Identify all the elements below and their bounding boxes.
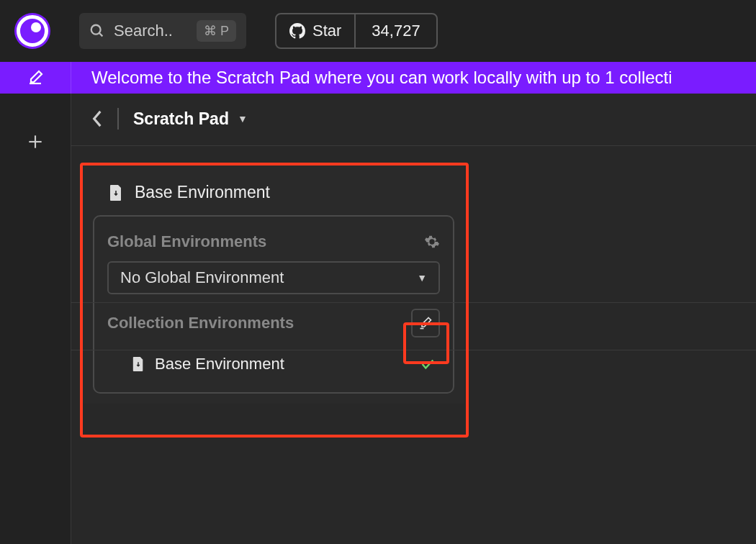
sidebar-edit-cell[interactable] [0,62,71,94]
file-icon [132,356,145,372]
collection-env-title: Collection Environments [107,314,294,332]
kbd-hint: ⌘ P [197,20,236,42]
environment-dropdown: Base Environment Global Environments No … [83,166,464,404]
search-bar[interactable]: Search.. ⌘ P [79,13,246,49]
left-sidebar [0,94,71,544]
welcome-banner: Welcome to the Scratch Pad where you can… [71,62,756,94]
caret-down-icon: ▼ [417,272,427,284]
horizontal-divider [71,350,756,350]
horizontal-divider [71,145,756,146]
base-environment-label: Base Environment [135,183,270,202]
app-logo [14,13,50,49]
base-environment-row[interactable]: Base Environment [83,166,464,215]
lower-area: Scratch Pad ▼ Base Environment Global En… [0,94,756,544]
edit-collection-env-button[interactable] [411,309,440,337]
breadcrumb: Scratch Pad ▼ [71,94,756,144]
horizontal-divider [71,302,756,303]
search-icon [89,23,105,39]
github-star-button[interactable]: Star [276,14,356,47]
edit-icon [27,69,44,86]
collection-env-item-label: Base Environment [155,355,284,373]
svg-line-1 [99,33,103,37]
check-icon [420,356,436,372]
global-env-header: Global Environments [107,230,440,261]
global-env-select[interactable]: No Global Environment ▼ [107,261,440,294]
collection-env-item-left: Base Environment [132,355,284,373]
breadcrumb-title: Scratch Pad [133,109,229,129]
file-icon [109,184,123,201]
github-widget: Star 34,727 [275,13,438,49]
search-placeholder: Search.. [114,22,188,40]
global-env-title: Global Environments [107,232,266,251]
github-star-label: Star [312,22,341,40]
gear-icon[interactable] [424,234,440,250]
collection-env-item[interactable]: Base Environment [107,349,440,379]
breadcrumb-divider [117,108,119,130]
svg-point-0 [91,25,101,35]
caret-down-icon: ▼ [238,113,248,124]
github-star-count[interactable]: 34,727 [356,22,436,40]
banner-row: Welcome to the Scratch Pad where you can… [0,62,756,94]
top-bar: Search.. ⌘ P Star 34,727 [0,0,756,62]
breadcrumb-title-wrap[interactable]: Scratch Pad ▼ [133,109,248,129]
main-area: Scratch Pad ▼ Base Environment Global En… [71,94,756,544]
back-button[interactable] [91,109,103,128]
github-icon [289,23,305,39]
add-button[interactable] [26,132,45,151]
global-env-select-value: No Global Environment [120,268,284,287]
environments-section: Global Environments No Global Environmen… [93,215,454,394]
